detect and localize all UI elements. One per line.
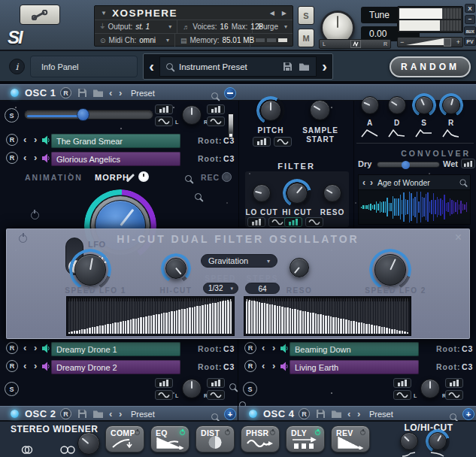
info-icon[interactable]: i [9,59,25,74]
osc1-sample2-r[interactable]: R [6,152,18,164]
osc2-sample1-search[interactable] [229,383,236,390]
hi-cut-knob[interactable] [287,183,308,204]
eq-button[interactable]: EQ [150,425,189,452]
lfo-option-label[interactable]: LFO [88,240,106,249]
attack-envelope-icon[interactable] [361,129,379,138]
dly-power-icon[interactable] [315,430,320,435]
osc1-pan-knob[interactable] [182,105,202,125]
osc1-solo-button[interactable]: S [5,108,19,123]
mute-button[interactable]: M [298,29,314,47]
clock-icon[interactable] [138,171,149,182]
overlay-steps-field[interactable]: 64 [245,283,280,294]
osc4-sample1-name[interactable]: Beaming Down [290,342,419,356]
osc1-prev-arrow[interactable]: ‹ [109,88,112,98]
osc2-sample2-prev[interactable]: ‹ [23,361,26,371]
info-panel-box[interactable]: Info Panel [30,56,138,77]
sustain-knob[interactable] [415,96,433,114]
root-value[interactable]: C3 [462,344,473,353]
decay-knob[interactable] [388,96,406,114]
osc1-sample1-name[interactable]: The Grand Smear [51,134,180,148]
osc1-volume-slider[interactable] [24,110,153,120]
release-envelope-icon[interactable] [442,129,460,138]
root-value[interactable]: C3 [223,344,235,353]
save-icon[interactable] [283,62,293,71]
dist-power-icon[interactable] [225,430,230,435]
osc1-folder-icon[interactable] [92,89,104,98]
osc2-pan-knob[interactable] [182,379,202,398]
rec-indicator[interactable] [222,172,232,182]
osc1-next-arrow[interactable]: › [119,88,122,98]
purge-menu[interactable]: Purge ▾ [253,20,293,33]
osc4-r-button[interactable]: R [299,408,310,419]
root-value[interactable]: C3 [223,136,235,145]
osc2-sample1-r[interactable]: R [6,342,18,354]
osc4-expand-button[interactable]: + [462,408,474,420]
window-close-button[interactable]: X [465,4,475,13]
osc2-solo-button[interactable]: S [5,382,19,396]
osc4-sample2-next[interactable]: › [272,361,275,371]
midi-channel-selector[interactable]: ⊙ Midi Ch: omni ▾ [95,34,175,47]
comp-power-icon[interactable] [135,430,140,435]
osc1-collapse-button[interactable] [224,87,236,99]
lo-cut-knob[interactable] [253,184,271,202]
decay-envelope-icon[interactable] [388,129,406,138]
instrument-collapse-caret[interactable]: ▼ [101,10,107,17]
step-sequencer-left[interactable] [66,296,235,336]
root-value[interactable]: C3 [223,154,235,163]
osc4-power-dot[interactable] [249,410,257,418]
overlay-preset-dropdown[interactable]: Gravitation ▾ [201,254,277,268]
hi-cut-bars-button[interactable] [284,217,302,227]
osc2-sample2-name[interactable]: Dreamy Drone 2 [51,360,180,374]
pitch-bars-button[interactable] [253,137,271,147]
phsr-power-icon[interactable] [270,430,275,435]
solo-button[interactable]: S [298,6,314,25]
convolver-bars-button[interactable] [461,159,475,168]
osc2-save-icon[interactable] [77,409,87,419]
osc4-bars-button-2[interactable] [445,378,463,388]
osc1-bars-button[interactable] [155,104,173,114]
osc1-sample1-r[interactable]: R [6,134,18,146]
aux-button[interactable]: aux [464,26,476,35]
comp-button[interactable]: COMP [105,425,144,452]
pitch-knob[interactable] [260,100,281,121]
output-selector[interactable]: ⏚ Output: st. 1 ▾ [95,20,177,33]
osc1-sine-button-2[interactable] [207,117,225,126]
osc2-r-button[interactable]: R [60,408,71,419]
volume-plus[interactable]: + [456,38,460,46]
stereo-narrow-icon[interactable] [21,446,33,454]
osc2-sample2-next[interactable]: › [34,361,37,371]
osc2-prev-arrow[interactable]: ‹ [109,409,112,419]
folder-icon[interactable] [299,62,310,71]
osc1-search-icon[interactable] [211,92,218,99]
osc4-sine-button-2[interactable] [445,390,463,400]
window-minimize-button[interactable]: − [465,15,475,24]
osc4-sample2-name[interactable]: Living Earth [290,360,419,374]
dist-button[interactable]: DIST [196,425,235,452]
overlay-reso-knob[interactable] [290,258,309,277]
preset-field[interactable]: Instrument Preset [159,56,317,77]
osc2-bars-button[interactable] [155,378,173,388]
speed-lfo1-knob[interactable] [74,254,106,286]
step-sequencer-right[interactable] [244,296,411,336]
release-knob[interactable] [442,96,460,114]
master-hi-cut-knob[interactable] [429,432,447,450]
osc1-bars-button-2[interactable] [207,104,225,114]
pan-handle[interactable] [350,40,361,48]
volume-slider[interactable]: − + [397,37,463,47]
prev-instrument-button[interactable]: ◀ [270,10,274,17]
sample-start-knob[interactable] [310,100,330,120]
lo-cut-bars-button[interactable] [247,217,265,227]
osc1-preset-label[interactable]: Preset [131,89,155,98]
dry-wet-handle[interactable] [402,161,410,169]
osc2-expand-button[interactable]: + [224,408,236,420]
osc2-sample1-prev[interactable]: ‹ [23,343,26,353]
osc4-sample2-prev[interactable]: ‹ [262,361,265,371]
hi-cut-sine-button[interactable] [305,217,323,227]
osc1-sample2-name[interactable]: Glorious Angelics [51,152,180,166]
root-value[interactable]: C3 [223,362,235,371]
osc4-sine-button[interactable] [393,390,411,400]
osc2-sample1-next[interactable]: › [34,343,37,353]
osc2-sine-button-2[interactable] [207,390,225,400]
attack-knob[interactable] [361,96,379,114]
dly-button[interactable]: DLY [286,425,325,452]
